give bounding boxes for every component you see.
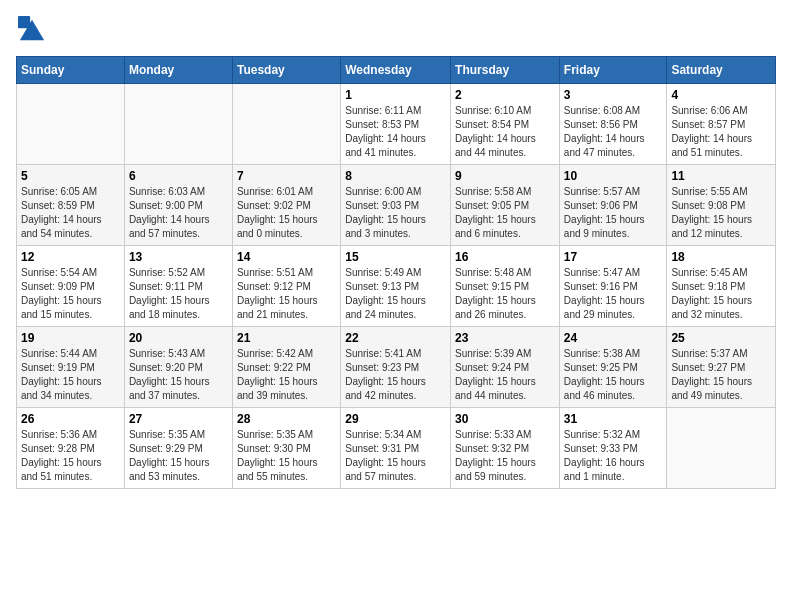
day-info: Sunrise: 5:49 AM Sunset: 9:13 PM Dayligh… — [345, 266, 446, 322]
calendar-cell: 21Sunrise: 5:42 AM Sunset: 9:22 PM Dayli… — [232, 327, 340, 408]
logo — [16, 16, 46, 48]
day-info: Sunrise: 5:55 AM Sunset: 9:08 PM Dayligh… — [671, 185, 771, 241]
day-number: 22 — [345, 331, 446, 345]
weekday-friday: Friday — [559, 57, 667, 84]
calendar-cell: 29Sunrise: 5:34 AM Sunset: 9:31 PM Dayli… — [341, 408, 451, 489]
day-info: Sunrise: 5:32 AM Sunset: 9:33 PM Dayligh… — [564, 428, 663, 484]
svg-rect-1 — [18, 16, 30, 28]
day-number: 1 — [345, 88, 446, 102]
day-number: 11 — [671, 169, 771, 183]
day-number: 4 — [671, 88, 771, 102]
day-number: 9 — [455, 169, 555, 183]
day-number: 5 — [21, 169, 120, 183]
calendar-cell: 3Sunrise: 6:08 AM Sunset: 8:56 PM Daylig… — [559, 84, 667, 165]
calendar-cell: 13Sunrise: 5:52 AM Sunset: 9:11 PM Dayli… — [124, 246, 232, 327]
weekday-tuesday: Tuesday — [232, 57, 340, 84]
calendar-cell: 30Sunrise: 5:33 AM Sunset: 9:32 PM Dayli… — [451, 408, 560, 489]
day-info: Sunrise: 5:41 AM Sunset: 9:23 PM Dayligh… — [345, 347, 446, 403]
day-number: 21 — [237, 331, 336, 345]
calendar-cell: 20Sunrise: 5:43 AM Sunset: 9:20 PM Dayli… — [124, 327, 232, 408]
day-number: 27 — [129, 412, 228, 426]
calendar-cell: 22Sunrise: 5:41 AM Sunset: 9:23 PM Dayli… — [341, 327, 451, 408]
calendar-cell: 10Sunrise: 5:57 AM Sunset: 9:06 PM Dayli… — [559, 165, 667, 246]
calendar-cell: 8Sunrise: 6:00 AM Sunset: 9:03 PM Daylig… — [341, 165, 451, 246]
calendar-cell — [232, 84, 340, 165]
day-number: 23 — [455, 331, 555, 345]
day-info: Sunrise: 5:34 AM Sunset: 9:31 PM Dayligh… — [345, 428, 446, 484]
day-number: 16 — [455, 250, 555, 264]
day-info: Sunrise: 5:57 AM Sunset: 9:06 PM Dayligh… — [564, 185, 663, 241]
day-number: 26 — [21, 412, 120, 426]
day-info: Sunrise: 5:43 AM Sunset: 9:20 PM Dayligh… — [129, 347, 228, 403]
day-number: 25 — [671, 331, 771, 345]
day-number: 15 — [345, 250, 446, 264]
calendar-cell: 16Sunrise: 5:48 AM Sunset: 9:15 PM Dayli… — [451, 246, 560, 327]
day-number: 12 — [21, 250, 120, 264]
calendar-cell: 14Sunrise: 5:51 AM Sunset: 9:12 PM Dayli… — [232, 246, 340, 327]
calendar-cell: 31Sunrise: 5:32 AM Sunset: 9:33 PM Dayli… — [559, 408, 667, 489]
day-info: Sunrise: 5:35 AM Sunset: 9:29 PM Dayligh… — [129, 428, 228, 484]
calendar-cell: 23Sunrise: 5:39 AM Sunset: 9:24 PM Dayli… — [451, 327, 560, 408]
day-number: 18 — [671, 250, 771, 264]
calendar-cell: 4Sunrise: 6:06 AM Sunset: 8:57 PM Daylig… — [667, 84, 776, 165]
calendar-cell: 12Sunrise: 5:54 AM Sunset: 9:09 PM Dayli… — [17, 246, 125, 327]
day-number: 6 — [129, 169, 228, 183]
day-number: 30 — [455, 412, 555, 426]
week-row-3: 12Sunrise: 5:54 AM Sunset: 9:09 PM Dayli… — [17, 246, 776, 327]
calendar-cell: 28Sunrise: 5:35 AM Sunset: 9:30 PM Dayli… — [232, 408, 340, 489]
logo-icon — [18, 16, 46, 44]
calendar-cell: 24Sunrise: 5:38 AM Sunset: 9:25 PM Dayli… — [559, 327, 667, 408]
calendar-cell: 26Sunrise: 5:36 AM Sunset: 9:28 PM Dayli… — [17, 408, 125, 489]
day-info: Sunrise: 5:36 AM Sunset: 9:28 PM Dayligh… — [21, 428, 120, 484]
day-info: Sunrise: 5:54 AM Sunset: 9:09 PM Dayligh… — [21, 266, 120, 322]
weekday-sunday: Sunday — [17, 57, 125, 84]
day-info: Sunrise: 5:44 AM Sunset: 9:19 PM Dayligh… — [21, 347, 120, 403]
day-info: Sunrise: 6:08 AM Sunset: 8:56 PM Dayligh… — [564, 104, 663, 160]
day-number: 8 — [345, 169, 446, 183]
page-header — [16, 16, 776, 48]
day-info: Sunrise: 5:35 AM Sunset: 9:30 PM Dayligh… — [237, 428, 336, 484]
day-number: 3 — [564, 88, 663, 102]
day-number: 17 — [564, 250, 663, 264]
day-info: Sunrise: 5:37 AM Sunset: 9:27 PM Dayligh… — [671, 347, 771, 403]
week-row-4: 19Sunrise: 5:44 AM Sunset: 9:19 PM Dayli… — [17, 327, 776, 408]
day-info: Sunrise: 5:58 AM Sunset: 9:05 PM Dayligh… — [455, 185, 555, 241]
day-info: Sunrise: 6:03 AM Sunset: 9:00 PM Dayligh… — [129, 185, 228, 241]
day-info: Sunrise: 5:47 AM Sunset: 9:16 PM Dayligh… — [564, 266, 663, 322]
day-info: Sunrise: 6:05 AM Sunset: 8:59 PM Dayligh… — [21, 185, 120, 241]
calendar-cell: 25Sunrise: 5:37 AM Sunset: 9:27 PM Dayli… — [667, 327, 776, 408]
weekday-saturday: Saturday — [667, 57, 776, 84]
calendar-cell: 6Sunrise: 6:03 AM Sunset: 9:00 PM Daylig… — [124, 165, 232, 246]
week-row-5: 26Sunrise: 5:36 AM Sunset: 9:28 PM Dayli… — [17, 408, 776, 489]
calendar-cell — [667, 408, 776, 489]
day-number: 31 — [564, 412, 663, 426]
calendar-cell: 17Sunrise: 5:47 AM Sunset: 9:16 PM Dayli… — [559, 246, 667, 327]
day-info: Sunrise: 5:38 AM Sunset: 9:25 PM Dayligh… — [564, 347, 663, 403]
day-number: 19 — [21, 331, 120, 345]
weekday-header-row: SundayMondayTuesdayWednesdayThursdayFrid… — [17, 57, 776, 84]
calendar-cell: 15Sunrise: 5:49 AM Sunset: 9:13 PM Dayli… — [341, 246, 451, 327]
day-number: 24 — [564, 331, 663, 345]
calendar-cell: 5Sunrise: 6:05 AM Sunset: 8:59 PM Daylig… — [17, 165, 125, 246]
day-number: 2 — [455, 88, 555, 102]
day-info: Sunrise: 6:01 AM Sunset: 9:02 PM Dayligh… — [237, 185, 336, 241]
day-number: 13 — [129, 250, 228, 264]
day-info: Sunrise: 5:33 AM Sunset: 9:32 PM Dayligh… — [455, 428, 555, 484]
calendar-cell: 27Sunrise: 5:35 AM Sunset: 9:29 PM Dayli… — [124, 408, 232, 489]
day-info: Sunrise: 5:52 AM Sunset: 9:11 PM Dayligh… — [129, 266, 228, 322]
weekday-wednesday: Wednesday — [341, 57, 451, 84]
day-info: Sunrise: 6:06 AM Sunset: 8:57 PM Dayligh… — [671, 104, 771, 160]
calendar-cell: 7Sunrise: 6:01 AM Sunset: 9:02 PM Daylig… — [232, 165, 340, 246]
calendar-cell: 2Sunrise: 6:10 AM Sunset: 8:54 PM Daylig… — [451, 84, 560, 165]
day-info: Sunrise: 5:39 AM Sunset: 9:24 PM Dayligh… — [455, 347, 555, 403]
day-info: Sunrise: 6:00 AM Sunset: 9:03 PM Dayligh… — [345, 185, 446, 241]
weekday-thursday: Thursday — [451, 57, 560, 84]
day-info: Sunrise: 5:51 AM Sunset: 9:12 PM Dayligh… — [237, 266, 336, 322]
calendar-cell: 18Sunrise: 5:45 AM Sunset: 9:18 PM Dayli… — [667, 246, 776, 327]
day-number: 29 — [345, 412, 446, 426]
calendar-cell: 1Sunrise: 6:11 AM Sunset: 8:53 PM Daylig… — [341, 84, 451, 165]
day-info: Sunrise: 5:45 AM Sunset: 9:18 PM Dayligh… — [671, 266, 771, 322]
weekday-monday: Monday — [124, 57, 232, 84]
day-info: Sunrise: 5:42 AM Sunset: 9:22 PM Dayligh… — [237, 347, 336, 403]
calendar-cell: 9Sunrise: 5:58 AM Sunset: 9:05 PM Daylig… — [451, 165, 560, 246]
